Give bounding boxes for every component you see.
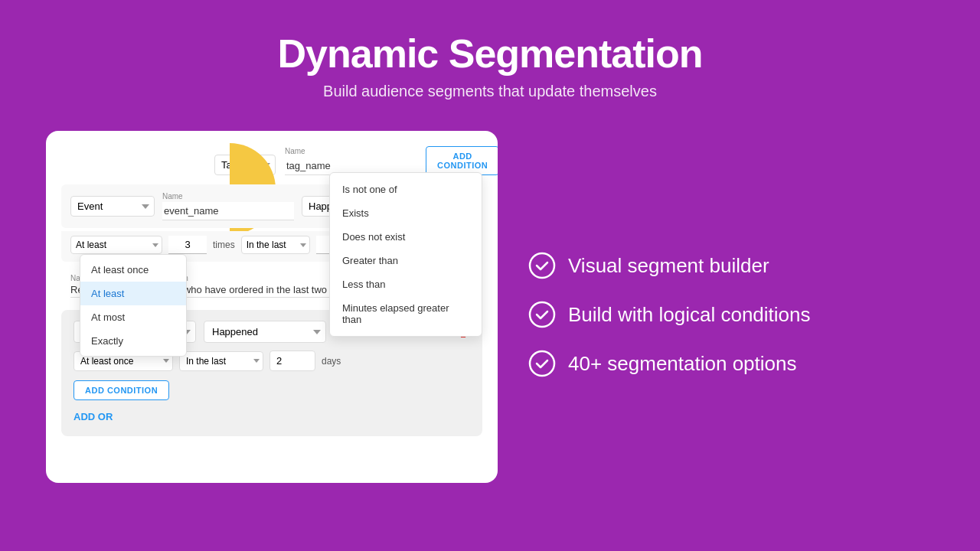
checkmark-icon-1: [528, 301, 556, 328]
feature-text-1: Build with logical conditions: [568, 303, 811, 327]
placed-in-last-select[interactable]: In the last: [179, 351, 263, 371]
features-list: Visual segment builder Build with logica…: [528, 131, 934, 483]
event-name-label: Name: [162, 192, 294, 201]
dd-does-not-exist[interactable]: Does not exist: [330, 225, 482, 249]
page-header: Dynamic Segmentation Build audience segm…: [277, 0, 702, 116]
freq-number-input[interactable]: [168, 236, 207, 254]
content-area: Tag Name ADD CONDITION Is not one of Exi…: [0, 131, 980, 483]
dd-minutes-elapsed[interactable]: Minutes elapsed greater than: [330, 296, 482, 331]
event-name-group: Name: [162, 192, 294, 220]
tag-name-field-group: Name: [285, 147, 416, 175]
feature-item-2: 40+ segmentation options: [528, 350, 934, 377]
svg-point-2: [530, 351, 554, 376]
atleast-dropdown: At least once At least At most Exactly: [80, 254, 187, 357]
ad-exactly[interactable]: Exactly: [80, 329, 186, 353]
atleast-wrapper: At least once At least At most Exactly A…: [70, 236, 162, 254]
times-label: times: [213, 240, 235, 250]
tag-name-label: Name: [285, 147, 416, 155]
dd-greater-than[interactable]: Greater than: [330, 249, 482, 272]
feature-item-1: Build with logical conditions: [528, 301, 934, 328]
add-condition-button[interactable]: ADD CONDITION: [426, 146, 498, 175]
svg-point-1: [530, 302, 554, 327]
ad-at-most[interactable]: At most: [80, 305, 186, 329]
feature-text-0: Visual segment builder: [568, 254, 769, 278]
dd-is-not-one-of[interactable]: Is not one of: [330, 178, 482, 201]
ad-at-least-once[interactable]: At least once: [80, 258, 186, 282]
dd-less-than[interactable]: Less than: [330, 272, 482, 296]
tag-condition-dropdown: Is not one of Exists Does not exist Grea…: [329, 172, 482, 337]
placed-happened-select[interactable]: Happened: [204, 321, 326, 343]
dd-exists[interactable]: Exists: [330, 201, 482, 225]
event-select[interactable]: Event: [70, 196, 155, 217]
ad-at-least[interactable]: At least: [80, 282, 186, 305]
add-or-button[interactable]: ADD OR: [74, 408, 113, 425]
checkmark-icon-0: [528, 252, 556, 279]
feature-item-0: Visual segment builder: [528, 252, 934, 279]
placed-days-label: days: [322, 356, 341, 367]
atleast-select[interactable]: At least once At least At most Exactly: [70, 236, 162, 254]
svg-point-0: [530, 253, 554, 278]
page-title: Dynamic Segmentation: [277, 31, 702, 77]
placed-days-input[interactable]: [270, 350, 315, 371]
event-name-input[interactable]: [162, 202, 294, 220]
add-condition-button-2[interactable]: ADD CONDITION: [74, 380, 169, 400]
in-the-last-select[interactable]: In the last: [241, 236, 310, 254]
page-subtitle: Build audience segments that update them…: [277, 83, 702, 100]
checkmark-icon-2: [528, 350, 556, 377]
ui-card: Tag Name ADD CONDITION Is not one of Exi…: [46, 131, 498, 483]
feature-text-2: 40+ segmentation options: [568, 352, 797, 376]
